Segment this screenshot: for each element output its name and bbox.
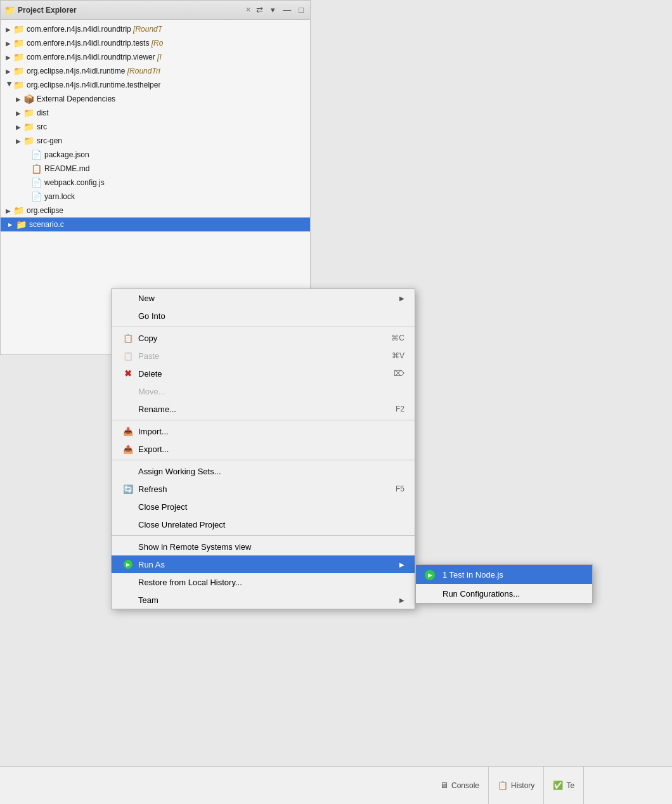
- tree-arrow-4: ▶: [6, 68, 13, 75]
- menu-item-go-into[interactable]: Go Into: [112, 307, 415, 325]
- menu-button[interactable]: ▾: [268, 4, 278, 16]
- bottom-panel: 🖥 Console 📋 History ✅ Te: [0, 766, 672, 804]
- menu-label-move: Move...: [138, 387, 404, 396]
- folder-icon-9: 📁: [23, 136, 34, 146]
- menu-label-close-unrelated: Close Unrelated Project: [138, 520, 404, 529]
- tree-item-13[interactable]: ▶ 📄 yarn.lock: [1, 190, 310, 204]
- tree-label-7: dist: [37, 108, 49, 117]
- minimize-button[interactable]: —: [280, 4, 294, 16]
- tree-arrow-2: ▶: [6, 40, 13, 47]
- tab-bar: 🖥 Console 📋 History ✅ Te: [0, 767, 584, 804]
- console-icon: 🖥: [440, 781, 448, 790]
- menu-item-restore[interactable]: Restore from Local History...: [112, 573, 415, 591]
- refresh-icon: 🔄: [122, 484, 134, 494]
- folder-icon-8: 📁: [23, 122, 34, 132]
- tree-item-1[interactable]: ▶ 📁 com.enfore.n4js.n4idl.roundtrip [Rou…: [1, 22, 310, 36]
- menu-item-new[interactable]: New ▶: [112, 289, 415, 307]
- menu-item-close[interactable]: Close Project: [112, 498, 415, 515]
- menu-label-delete: Delete: [138, 369, 381, 379]
- tab-te[interactable]: ✅ Te: [544, 767, 584, 804]
- tab-label-console: Console: [451, 781, 479, 790]
- menu-label-team: Team: [138, 595, 399, 605]
- project-icon-1: 📁: [13, 24, 24, 34]
- tree-label-6: External Dependencies: [37, 94, 115, 103]
- tree-label-14: org.eclipse: [27, 206, 63, 215]
- menu-item-delete[interactable]: ✖ Delete ⌦: [112, 365, 415, 382]
- menu-label-paste: Paste: [138, 351, 379, 361]
- menu-label-remote: Show in Remote Systems view: [138, 542, 404, 552]
- tree-item-2[interactable]: ▶ 📁 com.enfore.n4js.n4idl.roundtrip.test…: [1, 36, 310, 50]
- menu-item-export[interactable]: 📤 Export...: [112, 440, 415, 458]
- run-as-submenu: ▶ 1 Test in Node.js Run Configurations..…: [415, 564, 593, 604]
- tree-item-7[interactable]: ▶ 📁 dist: [1, 106, 310, 120]
- menu-label-import: Import...: [138, 427, 404, 436]
- submenu-item-run-configs[interactable]: Run Configurations...: [416, 584, 592, 603]
- menu-item-remote[interactable]: Show in Remote Systems view: [112, 538, 415, 555]
- tab-console[interactable]: 🖥 Console: [431, 767, 489, 804]
- tree-label-13: yarn.lock: [44, 192, 75, 201]
- file-icon-11: 📋: [31, 164, 42, 174]
- maximize-button[interactable]: □: [296, 4, 306, 16]
- menu-item-copy[interactable]: 📋 Copy ⌘C: [112, 329, 415, 347]
- context-menu: New ▶ Go Into 📋 Copy ⌘C 📋 Paste ⌘V ✖ Del…: [111, 289, 415, 609]
- submenu-arrow-team: ▶: [399, 597, 404, 604]
- tree-item-4[interactable]: ▶ 📁 org.eclipse.n4js.n4idl.runtime [Roun…: [1, 64, 310, 78]
- menu-item-import[interactable]: 📥 Import...: [112, 422, 415, 440]
- separator-4: [112, 535, 415, 536]
- tab-history[interactable]: 📋 History: [489, 767, 544, 804]
- menu-item-move[interactable]: Move...: [112, 382, 415, 400]
- tree-label-10: package.json: [44, 150, 89, 159]
- tree-arrow-5: ▶: [6, 81, 13, 89]
- tree-item-9[interactable]: ▶ 📁 src-gen: [1, 134, 310, 148]
- tree-arrow-9: ▶: [16, 138, 23, 145]
- rename-shortcut: F2: [396, 405, 404, 413]
- project-tree: ▶ 📁 com.enfore.n4js.n4idl.roundtrip [Rou…: [1, 20, 310, 234]
- tree-item-15[interactable]: ▶ 📁 scenario.c: [1, 217, 310, 231]
- copy-icon: 📋: [122, 334, 134, 343]
- folder-icon-7: 📁: [23, 108, 34, 118]
- tree-arrow-3: ▶: [6, 54, 13, 61]
- tree-item-10[interactable]: ▶ 📄 package.json: [1, 148, 310, 162]
- tab-label-history: History: [511, 781, 534, 790]
- tree-item-5[interactable]: ▶ 📁 org.eclipse.n4js.n4idl.runtime.testh…: [1, 78, 310, 92]
- copy-shortcut: ⌘C: [391, 334, 404, 342]
- menu-label-rename: Rename...: [138, 405, 383, 414]
- paste-icon: 📋: [122, 351, 134, 361]
- tree-item-6[interactable]: ▶ 📦 External Dependencies: [1, 92, 310, 106]
- tree-label-1: com.enfore.n4js.n4idl.roundtrip [RoundT: [27, 25, 162, 34]
- project-icon-5: 📁: [13, 80, 24, 90]
- menu-item-rename[interactable]: Rename... F2: [112, 400, 415, 418]
- te-icon: ✅: [553, 781, 563, 790]
- paste-shortcut: ⌘V: [392, 351, 404, 360]
- close-tab-icon: ✕: [245, 6, 251, 14]
- tree-label-15: scenario.c: [29, 220, 64, 229]
- tree-item-14[interactable]: ▶ 📁 org.eclipse: [1, 204, 310, 217]
- menu-item-worksets[interactable]: Assign Working Sets...: [112, 462, 415, 480]
- sync-button[interactable]: ⇄: [254, 4, 266, 16]
- delete-icon: ✖: [122, 368, 134, 379]
- menu-label-export: Export...: [138, 444, 404, 454]
- project-icon-2: 📁: [13, 38, 24, 48]
- menu-item-run-as[interactable]: ▶ Run As ▶: [112, 555, 415, 573]
- tree-arrow-7: ▶: [16, 110, 23, 117]
- refresh-shortcut: F5: [396, 484, 404, 493]
- tree-item-11[interactable]: ▶ 📋 README.md: [1, 162, 310, 176]
- menu-item-refresh[interactable]: 🔄 Refresh F5: [112, 480, 415, 498]
- tree-label-3: com.enfore.n4js.n4idl.roundtrip.viewer […: [27, 53, 162, 62]
- file-icon-10: 📄: [31, 150, 42, 160]
- menu-item-paste[interactable]: 📋 Paste ⌘V: [112, 347, 415, 365]
- history-icon: 📋: [498, 781, 508, 790]
- tree-label-11: README.md: [44, 164, 89, 173]
- menu-item-close-unrelated[interactable]: Close Unrelated Project: [112, 515, 415, 533]
- menu-item-team[interactable]: Team ▶: [112, 591, 415, 609]
- tree-item-12[interactable]: ▶ 📄 webpack.config.js: [1, 176, 310, 190]
- submenu-item-test-node[interactable]: ▶ 1 Test in Node.js: [416, 565, 592, 584]
- tree-label-5: org.eclipse.n4js.n4idl.runtime.testhelpe…: [27, 81, 160, 89]
- menu-label-worksets: Assign Working Sets...: [138, 467, 404, 476]
- file-icon-12: 📄: [31, 178, 42, 188]
- submenu-arrow-new: ▶: [399, 295, 404, 302]
- tab-label-te: Te: [566, 781, 574, 790]
- tree-item-3[interactable]: ▶ 📁 com.enfore.n4js.n4idl.roundtrip.view…: [1, 50, 310, 64]
- tree-arrow-8: ▶: [16, 124, 23, 131]
- tree-item-8[interactable]: ▶ 📁 src: [1, 120, 310, 134]
